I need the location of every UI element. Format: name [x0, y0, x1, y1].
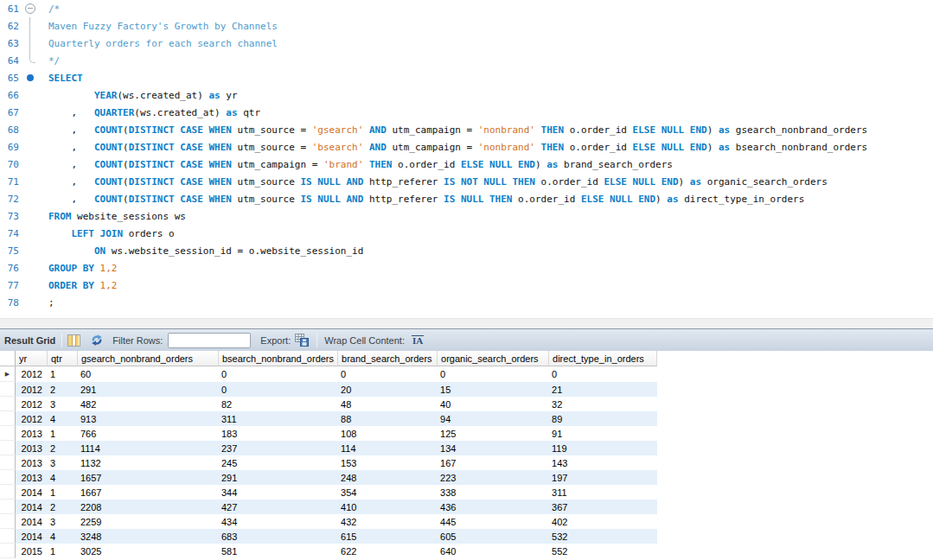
row-header[interactable]	[0, 500, 16, 514]
row-header[interactable]	[0, 426, 16, 441]
grid-cell[interactable]: 410	[338, 500, 438, 514]
grid-cell[interactable]: 2	[48, 500, 78, 514]
grid-cell[interactable]: 4	[48, 470, 78, 485]
grid-cell[interactable]: 2012	[16, 382, 48, 397]
code-text[interactable]: SELECT	[48, 73, 83, 84]
row-header[interactable]	[0, 411, 16, 426]
row-header[interactable]	[0, 529, 16, 544]
code-text[interactable]: ON ws.website_session_id = o.website_ses…	[48, 245, 363, 257]
grid-cell[interactable]: 48	[338, 397, 438, 411]
grid-cell[interactable]: 2012	[16, 397, 48, 411]
grid-cell[interactable]: 1	[48, 544, 78, 558]
grid-cell[interactable]: 134	[438, 441, 549, 455]
grid-cell[interactable]: 82	[219, 397, 338, 411]
grid-cell[interactable]: 0	[219, 382, 338, 397]
code-text[interactable]: , QUARTER(ws.created_at) as qtr	[48, 107, 260, 118]
grid-cell[interactable]: 2013	[16, 470, 48, 485]
grid-cell[interactable]: 2014	[16, 529, 48, 544]
grid-cell[interactable]: 4	[48, 529, 78, 544]
grid-cell[interactable]: 432	[338, 514, 438, 529]
code-text[interactable]: /*	[48, 3, 60, 15]
grid-cell[interactable]: 615	[338, 529, 438, 544]
grid-cell[interactable]: 0	[438, 366, 549, 382]
grid-cell[interactable]: 445	[438, 514, 549, 529]
column-header-gsearch_nonbrand_orders[interactable]: gsearch_nonbrand_orders	[78, 351, 219, 366]
grid-cell[interactable]: 223	[438, 470, 549, 485]
grid-cell[interactable]: 245	[219, 455, 338, 470]
row-header[interactable]	[0, 455, 16, 470]
grid-cell[interactable]: 40	[438, 397, 549, 411]
grid-cell[interactable]: 291	[78, 382, 219, 397]
column-header-brand_search_orders[interactable]: brand_search_orders	[338, 351, 438, 366]
code-text[interactable]: ORDER BY 1,2	[48, 280, 117, 291]
grid-cell[interactable]: 91	[549, 426, 657, 441]
grid-cell[interactable]: 3025	[78, 544, 219, 558]
row-header[interactable]	[0, 485, 16, 500]
grid-cell[interactable]: 2013	[16, 455, 48, 470]
grid-cell[interactable]: 2	[48, 441, 78, 455]
grid-cell[interactable]: 114	[338, 441, 438, 455]
grid-cell[interactable]: 0	[549, 366, 657, 382]
grid-cell[interactable]: 434	[219, 514, 338, 529]
code-text[interactable]: , COUNT(DISTINCT CASE WHEN utm_source IS…	[48, 194, 804, 205]
grid-cell[interactable]: 338	[438, 485, 549, 500]
grid-cell[interactable]: 248	[338, 470, 438, 485]
refresh-icon[interactable]	[89, 333, 105, 348]
grid-cell[interactable]: 32	[549, 397, 657, 411]
grid-cell[interactable]: 291	[219, 470, 338, 485]
row-header[interactable]	[0, 544, 16, 558]
grid-cell[interactable]: 60	[78, 366, 219, 382]
code-text[interactable]: ;	[48, 297, 54, 309]
grid-cell[interactable]: 1667	[78, 485, 219, 500]
row-header[interactable]	[0, 397, 16, 411]
grid-cell[interactable]: 2013	[16, 441, 48, 455]
grid-cell[interactable]: 2014	[16, 514, 48, 529]
grid-cell[interactable]: 1132	[78, 455, 219, 470]
grid-cell[interactable]: 20	[338, 382, 438, 397]
grid-cell[interactable]: 2259	[78, 514, 219, 529]
grid-cell[interactable]: 1	[48, 485, 78, 500]
grid-cell[interactable]: 2012	[16, 366, 48, 382]
wrap-cell-content-icon[interactable]: IA	[412, 335, 424, 346]
grid-cell[interactable]: 15	[438, 382, 549, 397]
grid-cell[interactable]: 402	[549, 514, 657, 529]
grid-cell[interactable]: 354	[338, 485, 438, 500]
grid-cell[interactable]: 183	[219, 426, 338, 441]
grid-cell[interactable]: 640	[438, 544, 549, 558]
grid-cell[interactable]: 2014	[16, 500, 48, 514]
grid-cell[interactable]: 622	[338, 544, 438, 558]
row-header[interactable]	[0, 514, 16, 529]
grid-cell[interactable]: 2015	[16, 544, 48, 558]
grid-cell[interactable]: 766	[78, 426, 219, 441]
grid-cell[interactable]: 94	[438, 411, 549, 426]
code-text[interactable]: , COUNT(DISTINCT CASE WHEN utm_source = …	[48, 142, 867, 153]
grid-cell[interactable]: 605	[438, 529, 549, 544]
grid-cell[interactable]: 913	[78, 411, 219, 426]
result-grid-toggle-icon[interactable]	[66, 333, 81, 348]
sql-editor[interactable]: 61/*62Maven Fuzzy Factory's Growth by Ch…	[0, 0, 933, 318]
column-header-direct_type_in_orders[interactable]: direct_type_in_orders	[549, 351, 657, 366]
export-save-icon[interactable]	[294, 333, 310, 348]
grid-cell[interactable]: 3	[48, 514, 78, 529]
grid-cell[interactable]: 88	[338, 411, 438, 426]
grid-cell[interactable]: 153	[338, 455, 438, 470]
grid-cell[interactable]: 1114	[78, 441, 219, 455]
code-text[interactable]: Maven Fuzzy Factory's Growth by Channels	[48, 21, 278, 32]
row-header[interactable]	[0, 382, 16, 397]
grid-cell[interactable]: 2013	[16, 426, 48, 441]
grid-cell[interactable]: 482	[78, 397, 219, 411]
grid-cell[interactable]: 89	[549, 411, 657, 426]
editor-horizontal-scrollbar[interactable]	[0, 318, 933, 328]
grid-cell[interactable]: 3	[48, 397, 78, 411]
fold-toggle-icon[interactable]	[19, 0, 48, 17]
code-text[interactable]: LEFT JOIN orders o	[48, 228, 175, 239]
grid-cell[interactable]: 4	[48, 411, 78, 426]
column-header-bsearch_nonbrand_orders[interactable]: bsearch_nonbrand_orders	[219, 351, 338, 366]
grid-cell[interactable]: 2014	[16, 485, 48, 500]
column-header-qtr[interactable]: qtr	[48, 351, 78, 366]
code-text[interactable]: */	[48, 55, 60, 67]
grid-cell[interactable]: 1	[48, 366, 78, 382]
code-text[interactable]: Quarterly orders for each search channel	[48, 38, 278, 49]
grid-cell[interactable]: 108	[338, 426, 438, 441]
grid-cell[interactable]: 344	[219, 485, 338, 500]
